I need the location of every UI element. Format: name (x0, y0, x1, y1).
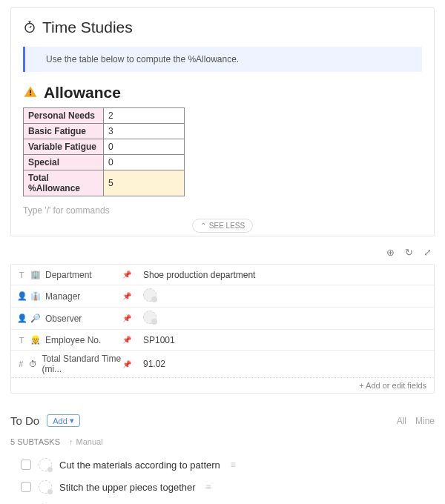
field-emoji-icon: 🔎 (30, 314, 41, 323)
field-label[interactable]: T👷Employee No.📌 (11, 332, 136, 348)
field-label[interactable]: T🏢Department📌 (11, 267, 136, 283)
allowance-total-value: 5 (104, 170, 185, 196)
field-label-text: Manager (45, 291, 80, 302)
field-value[interactable]: Shoe production department (136, 267, 434, 283)
field-value[interactable] (136, 308, 434, 329)
table-row: Basic Fatigue 3 (24, 124, 185, 139)
allowance-row-value[interactable]: 3 (104, 124, 185, 139)
field-label-text: Total Standard Time (mi... (42, 354, 130, 374)
field-value[interactable]: 91.02 (136, 356, 434, 372)
see-less-button[interactable]: ⌃ SEE LESS (192, 219, 253, 233)
field-row: 👤👔Manager📌 (11, 285, 434, 308)
field-type-icon: T (17, 271, 26, 279)
chevron-down-icon: ▾ (70, 416, 74, 425)
todo-title: To Do (10, 414, 39, 427)
field-label-text: Employee No. (45, 335, 101, 345)
allowance-row-label: Special (24, 155, 104, 170)
time-studies-card: Time Studies Use the table below to comp… (10, 7, 435, 236)
table-row: Personal Needs 2 (24, 108, 185, 124)
field-type-icon: T (17, 336, 26, 345)
field-value[interactable] (136, 285, 434, 307)
assignee-placeholder-icon[interactable] (143, 311, 156, 324)
callout-text: Use the table below to compute the %Allo… (46, 54, 239, 64)
pin-icon[interactable]: 📌 (122, 292, 131, 300)
subtask-count: 5 SUBTASKS (10, 437, 60, 446)
field-value[interactable]: SP1001 (136, 332, 434, 348)
field-emoji-icon: 🏢 (30, 270, 41, 279)
field-type-icon: 👤 (17, 291, 26, 301)
table-row: Total %Allowance 5 (24, 170, 185, 196)
page-title: Time Studies (23, 19, 422, 36)
subtask-row[interactable]: Stitch the upper pieces together≡ (10, 476, 435, 498)
field-row: 👤🔎Observer📌 (11, 308, 434, 330)
allowance-heading: Allowance (23, 84, 422, 102)
add-edit-fields-link[interactable]: + Add or edit fields (11, 377, 434, 393)
allowance-table: Personal Needs 2 Basic Fatigue 3 Variabl… (23, 107, 185, 196)
field-type-icon: 👤 (17, 314, 26, 323)
field-label-text: Department (45, 270, 92, 280)
drag-handle-icon[interactable]: ≡ (206, 482, 211, 492)
subtask-title: Stitch the upper pieces together (59, 482, 196, 493)
field-row: T👷Employee No.📌SP1001 (11, 330, 434, 351)
svg-rect-5 (30, 93, 31, 95)
allowance-row-label: Variable Fatigue (24, 139, 104, 155)
svg-line-1 (30, 26, 31, 27)
subtask-row[interactable]: Assemble the upper pieces and outsole≡ (10, 498, 435, 504)
subtask-checkbox[interactable] (21, 460, 31, 470)
table-row: Variable Fatigue 0 (24, 139, 185, 155)
assignee-placeholder-icon[interactable] (39, 458, 52, 471)
subtask-title: Cut the materials according to pattern (59, 460, 220, 471)
pin-icon[interactable]: 📌 (122, 271, 131, 279)
assignee-placeholder-icon[interactable] (39, 480, 52, 494)
field-label[interactable]: 👤🔎Observer📌 (11, 311, 136, 327)
allowance-row-value[interactable]: 0 (104, 139, 185, 155)
history-icon[interactable]: ↻ (405, 247, 413, 258)
field-row: #⏱Total Standard Time (mi...📌91.02 (11, 351, 434, 377)
page-title-text: Time Studies (42, 19, 133, 36)
allowance-row-label: Basic Fatigue (24, 124, 104, 139)
todo-section: To Do Add ▾ All Mine 5 SUBTASKS ↑ Manual… (10, 414, 435, 504)
allowance-total-label: Total %Allowance (24, 170, 104, 196)
command-hint[interactable]: Type '/' for commands (23, 204, 422, 220)
assignee-placeholder-icon[interactable] (143, 288, 156, 302)
sort-arrow-icon: ↑ (69, 437, 73, 446)
field-label-text: Observer (45, 314, 82, 324)
allowance-title: Allowance (44, 84, 121, 102)
todo-filters: All Mine (397, 416, 435, 426)
see-less-label: SEE LESS (209, 222, 245, 230)
warning-icon (23, 84, 38, 102)
filter-mine[interactable]: Mine (415, 416, 435, 426)
share-icon[interactable]: ⊕ (386, 247, 395, 258)
add-subtask-button[interactable]: Add ▾ (47, 414, 80, 427)
expand-icon[interactable]: ⤢ (423, 247, 432, 258)
field-label[interactable]: #⏱Total Standard Time (mi...📌 (11, 351, 136, 377)
chevron-up-icon: ⌃ (200, 222, 206, 230)
pin-icon[interactable]: 📌 (122, 336, 131, 344)
card-toolbar: ⊕ ↻ ⤢ (10, 247, 435, 264)
sort-label: Manual (76, 437, 103, 446)
filter-all[interactable]: All (397, 416, 406, 426)
pin-icon[interactable]: 📌 (122, 360, 131, 368)
field-emoji-icon: 👔 (30, 291, 41, 301)
add-button-label: Add (53, 417, 67, 425)
allowance-row-value[interactable]: 0 (104, 155, 185, 170)
table-row: Special 0 (24, 155, 185, 170)
info-callout: Use the table below to compute the %Allo… (23, 47, 422, 72)
field-label[interactable]: 👤👔Manager📌 (11, 288, 136, 305)
field-row: T🏢Department📌Shoe production department (11, 265, 434, 285)
subtask-meta-row: 5 SUBTASKS ↑ Manual (10, 437, 435, 446)
subtask-row[interactable]: Cut the materials according to pattern≡ (10, 454, 435, 476)
field-emoji-icon: ⏱ (29, 359, 37, 368)
stopwatch-icon (23, 20, 36, 36)
svg-rect-4 (30, 90, 31, 93)
allowance-row-value[interactable]: 2 (104, 108, 185, 124)
drag-handle-icon[interactable]: ≡ (231, 460, 236, 470)
pin-icon[interactable]: 📌 (122, 314, 131, 322)
field-type-icon: # (17, 359, 24, 368)
sort-button[interactable]: ↑ Manual (69, 437, 103, 446)
field-emoji-icon: 👷 (30, 335, 41, 345)
fields-card: T🏢Department📌Shoe production department👤… (10, 264, 435, 394)
allowance-row-label: Personal Needs (24, 108, 104, 124)
subtask-checkbox[interactable] (21, 482, 31, 492)
